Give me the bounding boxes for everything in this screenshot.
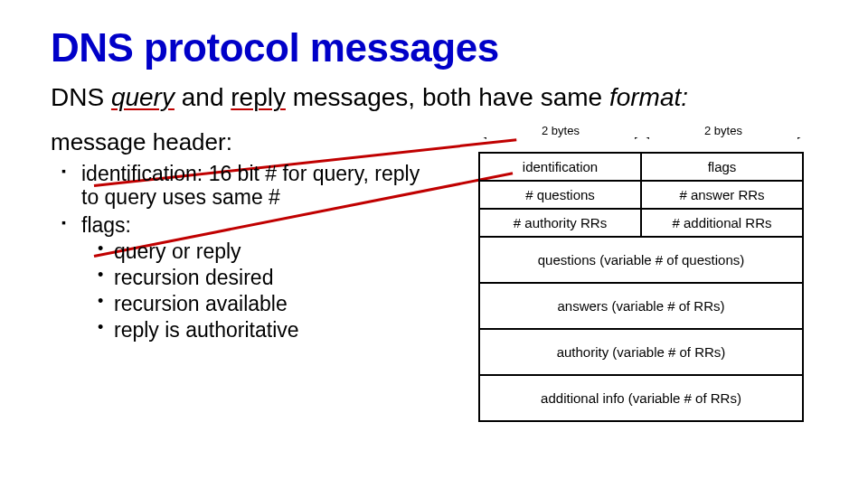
cell-additional: additional info (variable # of RRs): [480, 376, 802, 420]
cell-authority: authority (variable # of RRs): [480, 330, 802, 374]
packet-diagram: identification flags # questions # answe…: [478, 152, 804, 422]
subtitle-format: format:: [609, 83, 688, 111]
byte-label-text: 2 bytes: [699, 124, 748, 137]
content-row: message header: identification: 16 bit #…: [51, 128, 817, 422]
cell-num-answer-rrs: # answer RRs: [642, 182, 802, 208]
bullet-flags-label: flags:: [81, 213, 131, 237]
packet-row-authority: authority (variable # of RRs): [480, 330, 802, 376]
byte-width-labels: 2 bytes 2 bytes: [478, 128, 804, 148]
packet-row-1: identification flags: [480, 154, 802, 182]
subtitle-reply: reply: [231, 83, 286, 111]
right-column: 2 bytes 2 bytes identification flags # q…: [439, 128, 817, 422]
bullet-list: identification: 16 bit # for query, repl…: [51, 162, 430, 343]
cell-flags: flags: [642, 154, 802, 180]
slide-title: DNS protocol messages: [51, 25, 817, 70]
byte-label-text: 2 bytes: [536, 124, 585, 137]
cell-num-questions: # questions: [480, 182, 642, 208]
cell-num-authority-rrs: # authority RRs: [480, 210, 642, 236]
cell-answers: answers (variable # of RRs): [480, 284, 802, 328]
sub-bullet-list: query or reply recursion desired recursi…: [81, 239, 430, 343]
sub-bullet-query-reply: query or reply: [101, 239, 430, 265]
slide: DNS protocol messages DNS query and repl…: [0, 0, 868, 488]
bullet-flags: flags: query or reply recursion desired …: [67, 213, 430, 343]
subtitle-pre: DNS: [51, 83, 111, 111]
cell-questions: questions (variable # of questions): [480, 238, 802, 282]
sub-bullet-recursion-desired: recursion desired: [101, 265, 430, 291]
left-column: message header: identification: 16 bit #…: [51, 128, 439, 422]
packet-row-2: # questions # answer RRs: [480, 182, 802, 210]
cell-num-additional-rrs: # additional RRs: [642, 210, 802, 236]
sub-bullet-recursion-available: recursion available: [101, 291, 430, 317]
cell-identification: identification: [480, 154, 642, 180]
packet-row-questions: questions (variable # of questions): [480, 238, 802, 284]
packet-row-additional: additional info (variable # of RRs): [480, 376, 802, 422]
byte-label-left: 2 bytes: [480, 124, 641, 137]
slide-subtitle: DNS query and reply messages, both have …: [51, 83, 817, 112]
bullet-identification: identification: 16 bit # for query, repl…: [67, 162, 430, 210]
sub-bullet-authoritative: reply is authoritative: [101, 317, 430, 343]
byte-label-right: 2 bytes: [643, 124, 804, 137]
packet-row-answers: answers (variable # of RRs): [480, 284, 802, 330]
subtitle-query: query: [111, 83, 175, 111]
message-header-label: message header:: [51, 128, 430, 156]
subtitle-mid1: and: [175, 83, 231, 111]
packet-row-3: # authority RRs # additional RRs: [480, 210, 802, 238]
subtitle-mid2: messages, both have same: [286, 83, 609, 111]
